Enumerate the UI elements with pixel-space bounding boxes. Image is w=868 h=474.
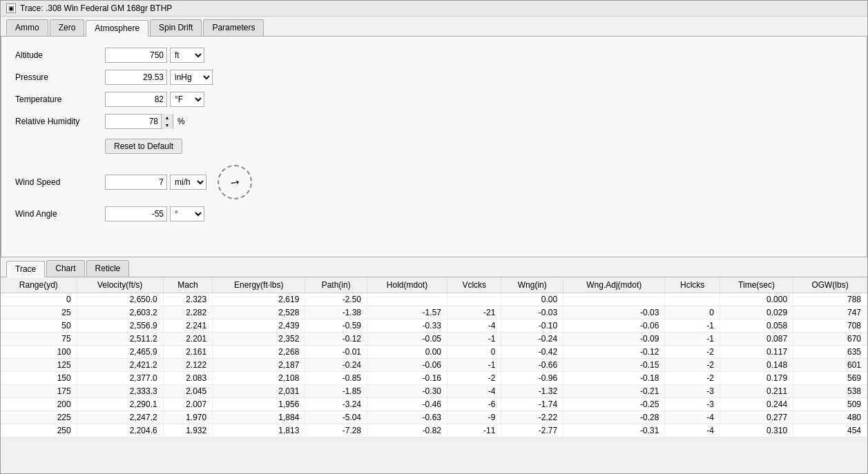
- table-cell: -1.38: [305, 306, 367, 319]
- humidity-increment-button[interactable]: ▲: [162, 114, 173, 121]
- table-cell: 509: [793, 398, 867, 411]
- col-wng: Wng(in): [501, 277, 563, 293]
- compass-arrow-icon: ➘: [226, 175, 242, 190]
- table-cell: 2.045: [163, 385, 212, 398]
- table-cell: -0.28: [563, 411, 665, 424]
- table-cell: -0.31: [563, 424, 665, 437]
- table-cell: -0.01: [305, 346, 367, 359]
- table-cell: 0.310: [720, 424, 793, 437]
- table-cell: 454: [793, 424, 867, 437]
- table-cell: -1.85: [305, 385, 367, 398]
- table-row: 1252,421.22.1222,187-0.24-0.06-1-0.66-0.…: [1, 359, 867, 372]
- table-cell: -0.33: [367, 319, 447, 333]
- table-cell: 175: [1, 385, 77, 398]
- table-cell: 0.087: [720, 333, 793, 346]
- wind-speed-unit-select[interactable]: mi/h km/h m/s: [170, 175, 206, 190]
- table-cell: -6: [447, 398, 501, 411]
- table-cell: 250: [1, 424, 77, 437]
- pressure-unit-select[interactable]: inHg hPa mmHg: [170, 70, 213, 85]
- col-range: Range(yd): [1, 277, 77, 293]
- tab-spin-drift[interactable]: Spin Drift: [150, 19, 202, 36]
- window-title: Trace: .308 Win Federal GM 168gr BTHP: [20, 3, 172, 13]
- table-cell: [563, 293, 665, 306]
- wind-angle-unit-select[interactable]: °: [170, 206, 204, 221]
- reset-default-button[interactable]: Reset to Default: [105, 139, 182, 154]
- table-cell: -0.12: [305, 333, 367, 346]
- tab-ammo[interactable]: Ammo: [6, 19, 48, 36]
- table-cell: 601: [793, 359, 867, 372]
- table-cell: -0.03: [501, 306, 563, 319]
- altitude-unit-select[interactable]: ft m: [170, 48, 204, 63]
- temperature-row: Temperature °F °C: [15, 92, 853, 107]
- table-cell: 635: [793, 346, 867, 359]
- table-cell: -1.57: [367, 306, 447, 319]
- table-cell: -1: [665, 319, 720, 333]
- table-cell: -3: [665, 398, 720, 411]
- table-cell: 125: [1, 359, 77, 372]
- table-cell: 75: [1, 333, 77, 346]
- pressure-row: Pressure inHg hPa mmHg: [15, 70, 853, 85]
- table-cell: -0.59: [305, 319, 367, 333]
- humidity-input[interactable]: [106, 115, 161, 128]
- tab-parameters[interactable]: Parameters: [203, 19, 264, 36]
- pressure-label: Pressure: [15, 72, 105, 82]
- table-cell: 2,465.9: [77, 346, 163, 359]
- table-cell: 2,439: [213, 319, 305, 333]
- table-cell: 25: [1, 306, 77, 319]
- wind-compass[interactable]: ➘: [218, 165, 252, 199]
- table-cell: 0.277: [720, 411, 793, 424]
- table-cell: 2,108: [213, 372, 305, 385]
- table-cell: 2,603.2: [77, 306, 163, 319]
- table-cell: -0.15: [563, 359, 665, 372]
- wind-speed-input[interactable]: [105, 175, 167, 190]
- table-cell: 2.161: [163, 346, 212, 359]
- humidity-unit-label: %: [177, 117, 185, 126]
- table-cell: -2.77: [501, 424, 563, 437]
- col-hclcks: Hclcks: [665, 277, 720, 293]
- wind-speed-label: Wind Speed: [15, 177, 105, 187]
- temperature-unit-select[interactable]: °F °C: [170, 92, 204, 107]
- table-cell: 2,377.0: [77, 372, 163, 385]
- table-cell: -0.18: [563, 372, 665, 385]
- table-row: 502,556.92.2412,439-0.59-0.33-4-0.10-0.0…: [1, 319, 867, 333]
- table-cell: 2,556.9: [77, 319, 163, 333]
- table-cell: 0: [447, 346, 501, 359]
- table-cell: -4: [447, 319, 501, 333]
- tab-trace[interactable]: Trace: [6, 261, 45, 277]
- tab-atmosphere[interactable]: Atmosphere: [86, 20, 148, 37]
- table-row: 1002,465.92.1612,268-0.010.000-0.42-0.12…: [1, 346, 867, 359]
- table-cell: 1.932: [163, 424, 212, 437]
- table-cell: -2.50: [305, 293, 367, 306]
- table-header-row: Range(yd) Velocity(ft/s) Mach Energy(ft·…: [1, 277, 867, 293]
- table-cell: 0.058: [720, 319, 793, 333]
- table-cell: 2.083: [163, 372, 212, 385]
- table-cell: 1,884: [213, 411, 305, 424]
- table-cell: 0.244: [720, 398, 793, 411]
- table-row: 752,511.22.2012,352-0.12-0.05-1-0.24-0.0…: [1, 333, 867, 346]
- wind-angle-input[interactable]: [105, 206, 167, 221]
- table-cell: [447, 293, 501, 306]
- table-row: 1752,333.32.0452,031-1.85-0.30-4-1.32-0.…: [1, 385, 867, 398]
- altitude-input[interactable]: [105, 48, 167, 63]
- table-cell: 50: [1, 319, 77, 333]
- atmosphere-panel: Altitude ft m Pressure inHg hPa mmHg Tem…: [1, 37, 867, 257]
- tab-zero[interactable]: Zero: [50, 19, 85, 36]
- temperature-input[interactable]: [105, 92, 167, 107]
- wind-angle-label: Wind Angle: [15, 209, 105, 219]
- humidity-decrement-button[interactable]: ▼: [162, 121, 173, 129]
- main-window: ▣ Trace: .308 Win Federal GM 168gr BTHP …: [0, 0, 868, 474]
- table-cell: -11: [447, 424, 501, 437]
- data-table-container: Range(yd) Velocity(ft/s) Mach Energy(ft·…: [1, 277, 867, 437]
- table-cell: -0.21: [563, 385, 665, 398]
- altitude-label: Altitude: [15, 50, 105, 60]
- table-cell: 2.122: [163, 359, 212, 372]
- pressure-input[interactable]: [105, 70, 167, 85]
- tab-chart[interactable]: Chart: [46, 260, 84, 277]
- table-cell: 1,956: [213, 398, 305, 411]
- col-vclcks: Vclcks: [447, 277, 501, 293]
- col-time: Time(sec): [720, 277, 793, 293]
- table-cell: 2,421.2: [77, 359, 163, 372]
- tab-reticle[interactable]: Reticle: [86, 260, 130, 277]
- table-cell: -7.28: [305, 424, 367, 437]
- table-cell: 100: [1, 346, 77, 359]
